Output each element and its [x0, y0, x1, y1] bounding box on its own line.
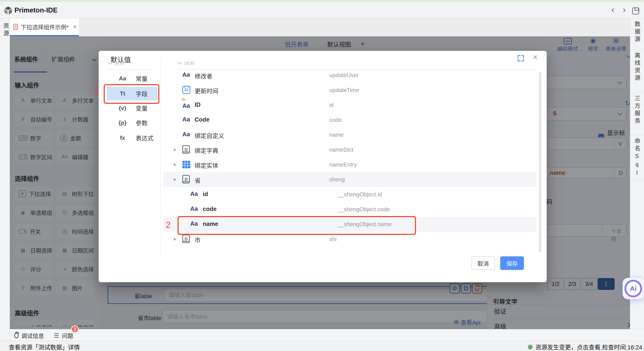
column-divider — [160, 59, 161, 259]
search-icon — [108, 61, 111, 64]
category-constant[interactable]: Aa常量 — [107, 72, 158, 85]
row-custom-binding[interactable]: Aa 绑定自定义name — [163, 127, 536, 142]
app-title: Primeton-IDE — [14, 6, 58, 14]
ai-icon: Ai — [626, 282, 640, 296]
status-left-text[interactable]: 查看资源「测试数据」详情 — [9, 343, 80, 351]
dictionary-icon: D — [182, 145, 190, 154]
problems-button[interactable]: ☰ 问题 — [54, 332, 73, 340]
entity-table-icon — [182, 161, 190, 168]
row-sheng-id[interactable]: Aa id__shengObject.id — [163, 187, 536, 202]
rail-tab-named-sql[interactable]: 命名Sql — [630, 135, 644, 179]
expand-caret-icon[interactable] — [174, 148, 176, 151]
app-header: Primeton-IDE ‹ › — [0, 2, 644, 18]
close-tab-icon[interactable]: × — [73, 23, 76, 30]
document-icon — [13, 24, 18, 30]
rail-tab-datasource[interactable]: 数据源 — [630, 18, 644, 50]
collapse-caret-icon[interactable] — [173, 179, 176, 181]
category-search-input[interactable]: 搜索 — [107, 61, 156, 70]
row-code[interactable]: Aa Codecode — [163, 113, 536, 127]
category-parameter[interactable]: {p}参数 — [107, 116, 158, 129]
expand-caret-icon[interactable] — [174, 163, 176, 166]
annotation-box-1 — [104, 84, 159, 104]
text-field-icon: Aa — [190, 191, 198, 197]
annotation-number-2: 2 — [166, 220, 170, 230]
file-tab-strip: 下拉选择组件示例* × — [10, 18, 630, 36]
ai-ring: Ai — [624, 280, 642, 297]
annotation-number-1: 1 — [94, 88, 99, 97]
bug-icon — [14, 333, 19, 338]
text-field-icon: Aa — [182, 116, 190, 123]
cancel-button[interactable]: 取消 — [471, 256, 495, 270]
nav-back-icon[interactable]: ‹ — [608, 5, 617, 15]
modal-close-icon[interactable]: × — [531, 52, 540, 62]
fullscreen-icon[interactable] — [518, 55, 524, 61]
rail-tab-third-party-services[interactable]: 三方服务 — [630, 93, 644, 135]
rail-tab-resources[interactable]: 资源 — [2, 23, 10, 38]
status-right[interactable]: 资源发生变更，点击查看,检查时间:16:24 — [528, 343, 642, 351]
row-update-time[interactable]: 31 更新时间updateTime — [163, 83, 536, 98]
save-icon[interactable] — [632, 7, 639, 14]
text-field-icon: Aa — [182, 131, 190, 138]
row-id[interactable]: Aa IDid — [163, 98, 536, 113]
problem-list-icon: ☰ — [54, 332, 59, 339]
row-sheng-expanded[interactable]: D 省sheng — [163, 172, 536, 187]
row-dict-binding[interactable]: D 绑定字典nameDict — [163, 142, 536, 157]
status-right-text: 资源发生变更，点击查看,检查时间:16:24 — [535, 343, 642, 351]
expand-caret-icon[interactable] — [174, 238, 176, 241]
top-accent-strip — [0, 0, 644, 2]
search-icon — [178, 61, 181, 64]
row-update-user[interactable]: Aa 修改者updateUser — [163, 68, 536, 83]
text-field-icon: Aa — [190, 206, 198, 212]
status-bar: 查看资源「测试数据」详情 资源发生变更，点击查看,检查时间:16:24 — [0, 341, 644, 351]
text-field-icon: Aa — [182, 102, 190, 109]
dictionary-icon: D — [182, 175, 190, 183]
category-expression[interactable]: fx表达式 — [107, 131, 158, 145]
calendar-icon: 31 — [182, 86, 190, 94]
debug-info-button[interactable]: 调试信息 — [14, 332, 44, 340]
left-rail: 资源 — [0, 18, 10, 341]
file-tab[interactable]: 下拉选择组件示例* × — [10, 18, 79, 35]
ai-assistant-button[interactable]: Ai — [622, 278, 644, 299]
save-button[interactable]: 保存 — [500, 256, 524, 270]
bottom-toolbar: 调试信息 ☰ 问题 2 — [10, 329, 644, 341]
rail-tab-offline-resources[interactable]: 离线资源 — [630, 50, 644, 93]
status-green-dot-icon — [528, 345, 533, 350]
default-value-modal: 默认值 × 搜索 搜索 Aa常量 Tt字段 {v}变量 {p}参数 fx表达式 … — [99, 51, 547, 282]
modal-scrollbar[interactable] — [539, 72, 542, 252]
text-field-icon: Aa — [182, 71, 190, 78]
row-sheng-code[interactable]: Aa code__shengObject.code — [163, 202, 536, 217]
row-entity-binding[interactable]: 绑定实体nameEntry — [163, 157, 536, 172]
primeton-logo-icon — [4, 6, 13, 15]
annotation-box-2 — [178, 216, 416, 235]
file-tab-label: 下拉选择组件示例* — [21, 23, 68, 31]
primary-key-icon — [182, 98, 184, 101]
problems-count-badge: 2 — [71, 325, 79, 333]
nav-forward-icon[interactable]: › — [620, 5, 629, 15]
dictionary-icon: D — [182, 235, 190, 243]
